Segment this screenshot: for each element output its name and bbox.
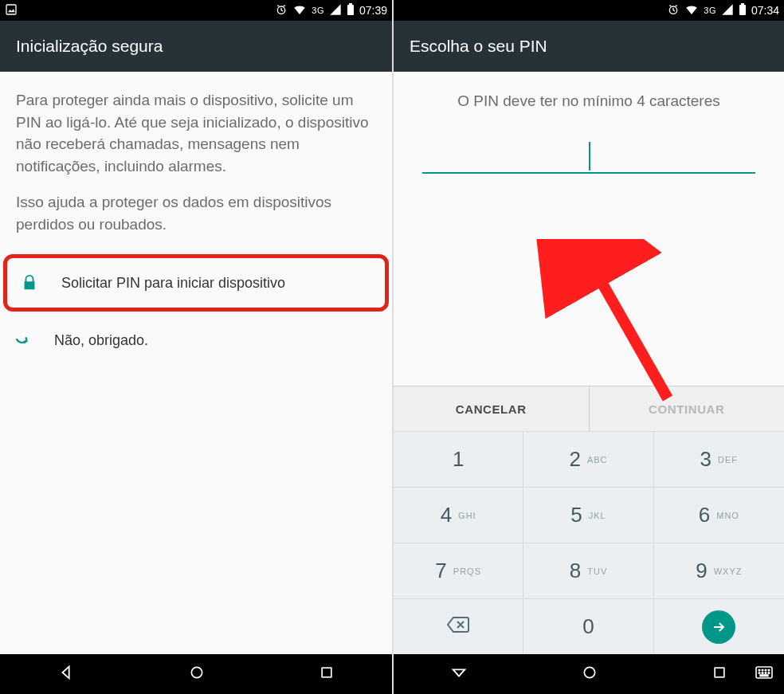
option-require-pin[interactable]: Solicitar PIN para iniciar dispositivo	[3, 254, 389, 312]
nav-home-icon[interactable]	[189, 665, 205, 684]
svg-line-10	[582, 247, 668, 398]
key-9[interactable]: 9WXYZ	[654, 543, 784, 598]
keyboard-switch-icon[interactable]	[755, 666, 773, 682]
network-label: 3G	[312, 6, 324, 15]
screen-secure-startup: 3G 07:39 Inicialização segura Para prote…	[0, 0, 392, 694]
key-5[interactable]: 5JKL	[523, 487, 653, 543]
page-title: Escolha o seu PIN	[410, 37, 547, 56]
nav-back-down-icon[interactable]	[450, 664, 468, 684]
svg-rect-6	[322, 668, 331, 677]
text-cursor	[589, 142, 590, 171]
status-bar: 3G 07:39	[0, 0, 392, 21]
lock-icon	[18, 274, 41, 292]
pin-area: O PIN deve ter no mínimo 4 caracteres CA…	[394, 72, 784, 654]
continue-button[interactable]: CONTINUAR	[590, 386, 785, 431]
key-8[interactable]: 8TUV	[523, 543, 653, 598]
key-backspace[interactable]	[394, 598, 523, 654]
svg-point-21	[768, 672, 770, 674]
pin-instruction: O PIN deve ter no mínimo 4 caracteres	[394, 92, 784, 110]
nav-bar	[394, 654, 784, 694]
key-4[interactable]: 4GHI	[394, 487, 523, 543]
key-0[interactable]: 0	[523, 598, 653, 654]
svg-rect-22	[760, 675, 768, 676]
battery-icon	[347, 3, 355, 18]
svg-rect-9	[741, 3, 744, 5]
svg-rect-12	[715, 668, 724, 677]
svg-rect-4	[349, 3, 352, 5]
status-bar: 3G 07:34	[394, 0, 784, 21]
svg-point-18	[759, 672, 760, 674]
svg-point-5	[191, 667, 202, 677]
option-no-thanks[interactable]: Não, obrigado.	[0, 312, 392, 369]
content-area: Para proteger ainda mais o dispositivo, …	[0, 72, 392, 235]
svg-rect-8	[739, 5, 746, 15]
skip-icon	[11, 331, 33, 349]
svg-point-11	[584, 667, 594, 677]
continue-button-label: CONTINUAR	[649, 402, 724, 416]
battery-icon	[739, 3, 747, 18]
clock-label: 07:34	[751, 4, 779, 17]
numeric-keypad: 1 2ABC 3DEF 4GHI 5JKL 6MNO 7PRQS 8TUV 9W…	[394, 431, 784, 654]
description-p2: Isso ajuda a proteger os dados em dispos…	[16, 191, 376, 235]
key-enter[interactable]	[654, 598, 784, 654]
nav-recent-icon[interactable]	[711, 665, 727, 684]
svg-point-16	[765, 669, 766, 671]
backspace-icon	[446, 616, 470, 637]
svg-rect-3	[347, 5, 354, 15]
network-label: 3G	[704, 6, 716, 15]
pin-input[interactable]	[422, 139, 755, 174]
nav-bar	[0, 654, 392, 694]
image-icon	[5, 3, 18, 18]
nav-home-icon[interactable]	[582, 665, 598, 684]
nav-recent-icon[interactable]	[319, 665, 335, 684]
alarm-icon	[275, 3, 288, 18]
key-6[interactable]: 6MNO	[654, 487, 784, 543]
action-bar: CANCELAR CONTINUAR	[394, 386, 784, 431]
alarm-icon	[667, 3, 680, 18]
key-7[interactable]: 7PRQS	[394, 543, 523, 598]
cancel-button[interactable]: CANCELAR	[394, 386, 590, 431]
svg-point-14	[759, 669, 760, 671]
option-no-thanks-label: Não, obrigado.	[54, 332, 148, 349]
svg-rect-0	[6, 5, 16, 14]
svg-marker-1	[8, 9, 15, 12]
svg-point-17	[768, 669, 770, 671]
svg-point-19	[762, 672, 763, 674]
clock-label: 07:39	[359, 4, 387, 17]
page-title: Inicialização segura	[16, 37, 163, 56]
wifi-icon	[292, 2, 307, 19]
enter-icon	[702, 610, 735, 644]
options-list: Solicitar PIN para iniciar dispositivo N…	[0, 254, 392, 369]
signal-icon	[721, 3, 734, 18]
description-p1: Para proteger ainda mais o dispositivo, …	[16, 89, 376, 177]
screen-choose-pin: 3G 07:34 Escolha o seu PIN O PIN deve te…	[392, 0, 784, 694]
option-require-pin-label: Solicitar PIN para iniciar dispositivo	[61, 275, 285, 292]
key-1[interactable]: 1	[394, 431, 523, 487]
nav-back-icon[interactable]	[57, 664, 75, 684]
wifi-icon	[684, 2, 699, 19]
signal-icon	[329, 3, 342, 18]
key-3[interactable]: 3DEF	[654, 431, 784, 487]
key-2[interactable]: 2ABC	[523, 431, 653, 487]
cancel-button-label: CANCELAR	[456, 402, 527, 416]
app-bar: Escolha o seu PIN	[394, 21, 784, 72]
app-bar: Inicialização segura	[0, 21, 392, 72]
svg-point-20	[765, 672, 766, 674]
svg-point-15	[762, 669, 763, 671]
